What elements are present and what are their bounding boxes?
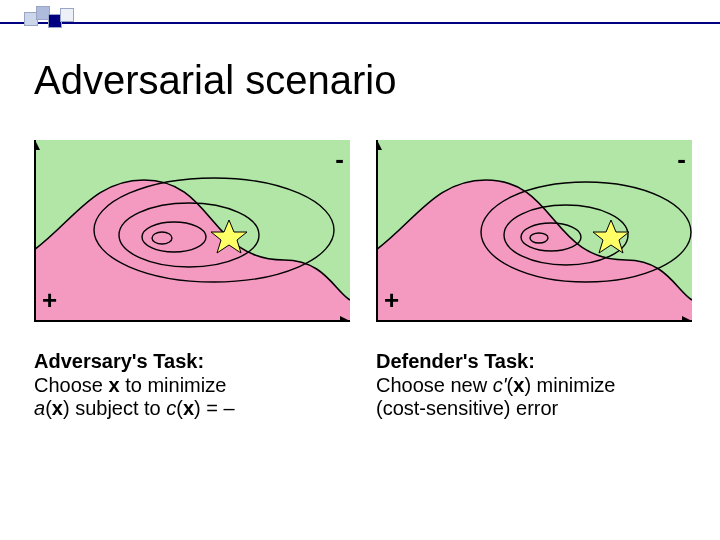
t: x (52, 397, 63, 419)
t: x (109, 374, 120, 396)
t: ( (45, 397, 52, 419)
plus-label: + (42, 285, 57, 316)
t: ) subject to (63, 397, 166, 419)
right-figure: - + (376, 140, 692, 322)
t: a (34, 397, 45, 419)
header-rule (0, 22, 720, 24)
t: (cost-sensitive) error (376, 397, 558, 419)
t: x (513, 374, 524, 396)
t: c' (493, 374, 507, 396)
t: ) = – (194, 397, 235, 419)
t: x (183, 397, 194, 419)
minus-label: - (335, 144, 344, 175)
left-figure: - + (34, 140, 350, 322)
t: ) minimize (524, 374, 615, 396)
defender-heading: Defender's Task: (376, 350, 535, 372)
t: ( (176, 397, 183, 419)
t: Choose (34, 374, 109, 396)
defender-caption: Defender's Task: Choose new c'(x) minimi… (376, 350, 692, 421)
t: c (166, 397, 176, 419)
adversary-heading: Adversary's Task: (34, 350, 204, 372)
t: Choose new (376, 374, 493, 396)
slide-title: Adversarial scenario (34, 58, 396, 103)
t: to minimize (120, 374, 227, 396)
plus-label: + (384, 285, 399, 316)
adversary-caption: Adversary's Task: Choose x to minimize a… (34, 350, 350, 421)
minus-label: - (677, 144, 686, 175)
slide: Adversarial scenario - + (0, 0, 720, 540)
